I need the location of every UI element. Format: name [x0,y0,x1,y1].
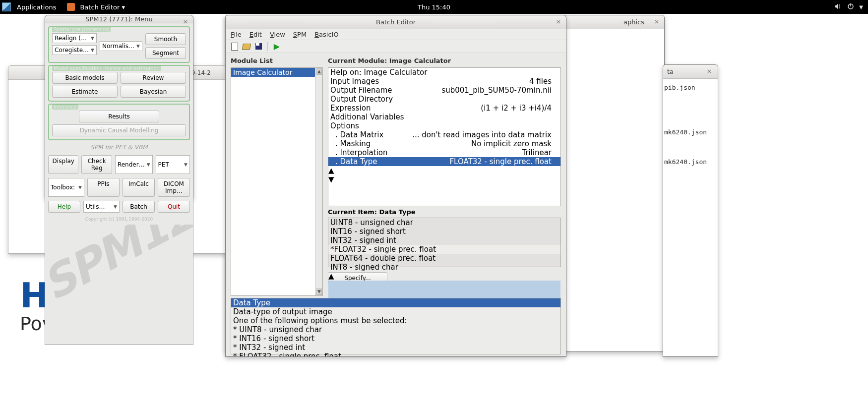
menu-view[interactable]: View [270,31,285,38]
file-list-window: ta × pib.json mk6240.json mk6240.json [663,64,718,357]
file-list-body: pib.json mk6240.json mk6240.json [663,79,718,171]
scrollbar[interactable]: ▲ ▼ [328,166,560,184]
imcalc-button[interactable]: ImCalc [123,178,155,197]
activities-icon[interactable] [2,2,11,11]
menu-spm[interactable]: SPM [293,31,307,38]
menu-file[interactable]: File [231,31,242,38]
help-button[interactable]: Help [48,201,80,213]
run-icon[interactable]: ▶ [273,43,281,51]
display-button[interactable]: Display [48,155,78,174]
open-icon[interactable] [243,43,250,51]
help-line: * INT16 - signed short [233,334,552,343]
help-line: Data-type of output image [233,307,552,316]
option-row[interactable]: INT32 - signed int [328,236,560,245]
option-row[interactable]: UINT8 - unsigned char [328,218,560,227]
smooth-button[interactable]: Smooth [145,33,186,45]
toolbar: ▶ [226,40,566,53]
estimate-button[interactable]: Estimate [52,86,118,98]
bayesian-button[interactable]: Bayesian [121,86,186,98]
utils-dropdown[interactable]: Utils… [83,201,120,213]
menu-edit[interactable]: Edit [249,31,262,38]
option-row[interactable]: *FLOAT32 - single prec. float [328,245,560,254]
ppis-button[interactable]: PPIs [87,178,120,197]
review-button[interactable]: Review [121,72,186,84]
results-button[interactable]: Results [79,111,159,122]
help-line: * FLOAT32 - single prec. float [233,352,552,356]
spm-menu-titlebar[interactable]: SPM12 (7771): Menu × [45,15,193,23]
scroll-thumb[interactable] [328,281,560,300]
dcm-button[interactable]: Dynamic Causal Modelling [52,124,186,136]
top-bar: Applications Batch Editor ▾ Thu 15:40 ▼ [0,0,868,14]
coregister-dropdown[interactable]: Coregiste… [52,45,97,55]
batch-titlebar[interactable]: Batch Editor × [226,15,566,29]
menu-basicio[interactable]: BasicIO [314,31,339,38]
parameter-list[interactable]: Help on: Image CalculatorInput Images4 f… [328,67,561,206]
dicom-import-button[interactable]: DICOM Imp… [158,178,190,197]
current-module-label: Current Module: Image Calculator [328,57,561,65]
group-inference: Inference Results Dynamic Causal Modelli… [48,104,190,140]
realign-dropdown[interactable]: Realign (… [52,33,97,43]
close-icon[interactable]: × [652,18,661,27]
option-row[interactable]: INT8 - signed char [328,263,560,272]
param-row[interactable]: . Data Matrix... don't read images into … [328,130,560,139]
scroll-down-icon[interactable]: ▼ [316,289,322,295]
matlab-icon[interactable] [67,3,75,11]
close-icon[interactable]: × [705,67,714,76]
scroll-down-icon[interactable]: ▼ [328,175,560,184]
group-inference-label: Inference [52,104,78,110]
applications-menu[interactable]: Applications [13,3,60,11]
close-icon[interactable]: × [181,18,190,27]
group-model: Model specification, review and estimati… [48,65,190,102]
save-icon[interactable] [254,43,262,51]
module-item[interactable]: Image Calculator [231,68,322,77]
power-icon[interactable] [847,3,854,11]
param-row[interactable]: Output Filenamesub001_pib_SUM50-70min.ni… [328,86,560,95]
basic-models-button[interactable]: Basic models [52,72,118,84]
param-row[interactable]: Input Images4 files [328,77,560,86]
help-line: * UINT8 - unsigned char [233,325,552,334]
clock[interactable]: Thu 15:40 [418,3,450,11]
system-menu-caret-icon[interactable]: ▼ [859,4,863,10]
batch-title: Batch Editor [376,18,416,26]
current-item-label: Current Item: Data Type [328,208,561,216]
param-row[interactable]: Options [328,121,560,130]
help-title: Data Type [231,298,560,307]
new-icon[interactable] [231,43,239,51]
param-row[interactable]: Output Directory [328,95,560,104]
help-line: * INT32 - signed int [233,343,552,352]
file-list-titlebar[interactable]: ta × [663,65,718,79]
svg-rect-1 [850,3,851,6]
render-dropdown[interactable]: Render… [115,155,153,174]
app-menu-batch-editor[interactable]: Batch Editor ▾ [77,3,128,11]
scroll-up-icon[interactable]: ▲ [328,272,560,281]
spm-caption: SPM for PET & VBM [48,142,190,153]
param-row[interactable]: Help on: Image Calculator [328,68,560,77]
normalise-dropdown[interactable]: Normalis… [100,41,142,51]
toolbox-dropdown[interactable]: Toolbox: [48,178,84,197]
data-type-options[interactable]: UINT8 - unsigned charINT16 - signed shor… [328,218,561,267]
spm-menu-title: SPM12 (7771): Menu [85,15,152,23]
group-spatial: Spatial pre-processing Realign (… Coregi… [48,26,190,63]
close-icon[interactable]: × [554,18,563,27]
param-row[interactable]: . MaskingNo implicit zero mask [328,139,560,148]
volume-icon[interactable] [834,3,842,11]
param-row[interactable]: . InterpolationTrilinear [328,148,560,157]
option-row[interactable]: INT16 - signed short [328,227,560,236]
param-row[interactable]: . Data TypeFLOAT32 - single prec. float [328,157,560,166]
scrollbar[interactable]: ▲ ▼ [315,68,322,295]
scroll-up-icon[interactable]: ▲ [328,166,560,175]
group-spatial-label: Spatial pre-processing [52,27,111,32]
quit-button[interactable]: Quit [158,201,190,213]
param-row[interactable]: Expression(i1 + i2 + i3 +i4)/4 [328,104,560,113]
param-row[interactable]: Additional Variables [328,113,560,121]
batch-editor-window: Batch Editor × File Edit View SPM BasicI… [225,15,566,357]
module-list[interactable]: Image Calculator ▲ ▼ [231,67,323,296]
module-list-label: Module List [231,57,323,65]
batch-button[interactable]: Batch [123,201,155,213]
segment-button[interactable]: Segment [145,47,186,59]
check-reg-button[interactable]: Check Reg [81,155,112,174]
scroll-up-icon[interactable]: ▲ [316,68,322,75]
menubar: File Edit View SPM BasicIO [226,29,566,40]
pet-dropdown[interactable]: PET [156,155,190,174]
option-row[interactable]: FLOAT64 - double prec. float [328,254,560,263]
